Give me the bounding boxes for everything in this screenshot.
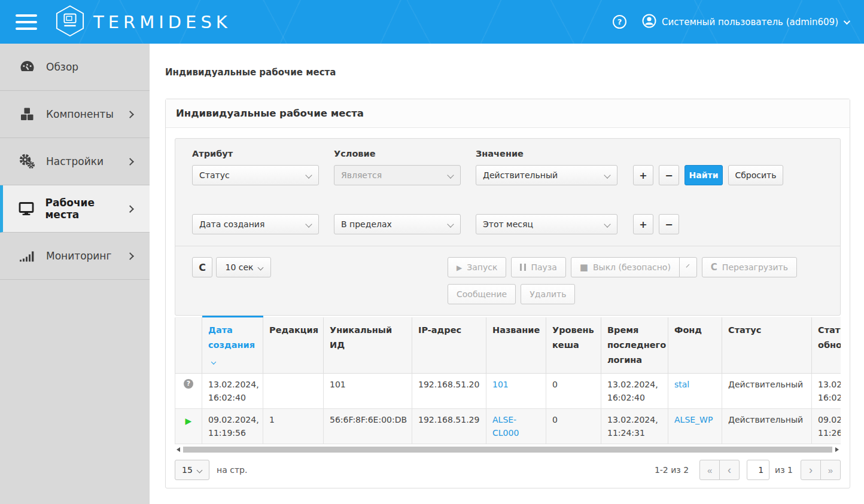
- page-input[interactable]: [747, 460, 769, 480]
- last-page-button[interactable]: [820, 460, 841, 480]
- cell-created: 13.02.2024, 16:02:40: [202, 374, 263, 409]
- add-filter-button-2[interactable]: +: [633, 214, 653, 234]
- condition-label: Условие: [334, 149, 461, 158]
- sidebar-item-settings[interactable]: Настройки: [0, 138, 150, 185]
- refresh-interval-select[interactable]: 10 сек: [216, 257, 271, 277]
- settings-icon: [18, 154, 36, 169]
- attribute-label: Атрибут: [192, 149, 319, 158]
- user-name: Системный пользователь (admin609): [662, 17, 838, 28]
- table-row: 09.02.2024, 11:19:56 1 56:6F:8F:6E:00:DB…: [175, 409, 841, 444]
- workplaces-card: Индивидуальные рабочие места Атрибут Ста…: [165, 99, 850, 488]
- value-select-2[interactable]: Этот месяц: [476, 214, 617, 234]
- remove-filter-button-2[interactable]: −: [659, 214, 679, 234]
- value-select-value: Действительный: [483, 170, 558, 180]
- chevron-right-icon: [126, 252, 134, 260]
- prev-page-button[interactable]: [719, 460, 740, 480]
- sidebar-item-label: Мониторинг: [46, 250, 111, 262]
- play-icon: [457, 262, 462, 272]
- value-label: Значение: [476, 149, 617, 158]
- per-page-select[interactable]: 15: [175, 460, 209, 480]
- workplace-name-link[interactable]: 101: [492, 380, 509, 389]
- stop-icon: [580, 262, 588, 273]
- attribute-select-2-value: Дата создания: [199, 219, 264, 229]
- per-page-label: на стр.: [217, 465, 247, 475]
- attribute-select-2[interactable]: Дата создания: [192, 214, 319, 234]
- cell-ip: 192.168.51.29: [412, 409, 486, 444]
- pagination: 15 на стр. 1-2 из 2 из 1: [175, 460, 841, 480]
- workplace-name-link[interactable]: ALSE-CL000: [492, 415, 519, 438]
- scroll-right-icon[interactable]: [835, 447, 839, 452]
- find-button[interactable]: Найти: [684, 165, 723, 185]
- reboot-button[interactable]: Перезагрузить: [702, 257, 797, 277]
- first-page-button[interactable]: [699, 460, 720, 480]
- column-name[interactable]: Название: [486, 317, 546, 374]
- message-button[interactable]: Сообщение: [448, 284, 516, 304]
- screen: TERMIDESK ? Системный пользователь (admi…: [0, 0, 864, 504]
- sidebar-item-components[interactable]: Компоненты: [0, 91, 150, 138]
- sidebar-item-overview[interactable]: Обзор: [0, 44, 150, 91]
- cell-edition: [263, 374, 324, 409]
- logo-hexagon-icon: [55, 5, 85, 39]
- cell-last-login: 13.02.2024, 11:24:31: [601, 409, 668, 444]
- sidebar: Обзор Компоненты: [0, 44, 150, 504]
- remove-filter-button[interactable]: −: [659, 165, 679, 185]
- column-last-login[interactable]: Время последнего логина: [601, 317, 668, 374]
- cell-status: Действительный: [722, 409, 812, 444]
- delete-button[interactable]: Удалить: [521, 284, 575, 304]
- monitoring-icon: [18, 248, 36, 264]
- cell-status-updated: 13.02.2024, 16:02:40: [812, 374, 841, 409]
- power-off-dropdown-button[interactable]: [679, 257, 697, 277]
- refresh-button[interactable]: C: [192, 257, 212, 277]
- column-status[interactable]: Статус: [722, 317, 812, 374]
- cell-cache-level: 0: [546, 374, 601, 409]
- hamburger-menu-icon[interactable]: [16, 14, 37, 30]
- cell-last-login: 13.02.2024, 16:02:40: [601, 374, 668, 409]
- per-page-value: 15: [182, 465, 193, 475]
- column-created[interactable]: Дата создания: [202, 317, 263, 374]
- help-icon[interactable]: ?: [613, 15, 626, 29]
- cell-uid: 56:6F:8F:6E:00:DB: [324, 409, 412, 444]
- power-off-button[interactable]: Выкл (безопасно): [571, 257, 680, 277]
- scrollbar-thumb[interactable]: [183, 447, 832, 453]
- horizontal-scrollbar: [175, 444, 841, 454]
- chevron-down-icon: [844, 17, 850, 24]
- pool-link[interactable]: stal: [674, 380, 689, 389]
- chevron-right-icon: [126, 111, 134, 118]
- toolbar: C 10 сек Запуск: [175, 246, 840, 315]
- column-edition[interactable]: Редакция: [263, 317, 324, 374]
- cell-status: Действительный: [722, 374, 812, 409]
- dashboard-icon: [18, 59, 36, 75]
- pause-button[interactable]: Пауза: [511, 257, 565, 277]
- workplaces-table: Дата создания Редакция Уникальный ИД IP-…: [175, 316, 841, 444]
- sidebar-item-workplaces[interactable]: Рабочие места: [0, 185, 150, 233]
- cell-created: 09.02.2024, 11:19:56: [202, 409, 263, 444]
- user-menu[interactable]: Системный пользователь (admin609): [642, 14, 848, 30]
- column-status-updated[interactable]: Статус обновления: [812, 317, 841, 374]
- cell-edition: 1: [263, 409, 324, 444]
- condition-select[interactable]: Является: [334, 165, 461, 185]
- topbar: TERMIDESK ? Системный пользователь (admi…: [0, 0, 864, 44]
- start-button[interactable]: Запуск: [448, 257, 506, 277]
- value-select-2-value: Этот месяц: [483, 219, 533, 229]
- range-label: 1-2 из 2: [655, 465, 689, 475]
- cell-uid: 101: [324, 374, 412, 409]
- brand-logo[interactable]: TERMIDESK: [55, 5, 232, 39]
- condition-select-2[interactable]: В пределах: [334, 214, 461, 234]
- attribute-select-value: Статус: [199, 170, 230, 180]
- column-uid[interactable]: Уникальный ИД: [324, 317, 412, 374]
- column-cache-level[interactable]: Уровень кеша: [546, 317, 601, 374]
- value-select[interactable]: Действительный: [476, 165, 617, 185]
- reset-button[interactable]: Сбросить: [728, 165, 783, 185]
- condition-select-2-value: В пределах: [341, 219, 392, 229]
- column-pool[interactable]: Фонд: [668, 317, 722, 374]
- user-avatar-icon: [642, 14, 656, 30]
- filter-panel: Атрибут Статус Условие Является: [175, 138, 841, 316]
- column-ip[interactable]: IP-адрес: [412, 317, 486, 374]
- pool-link[interactable]: ALSE_WP: [674, 415, 713, 424]
- sidebar-item-monitoring[interactable]: Мониторинг: [0, 233, 150, 280]
- of-pages-label: из 1: [775, 465, 793, 475]
- scroll-left-icon[interactable]: [177, 447, 180, 452]
- add-filter-button[interactable]: +: [633, 165, 653, 185]
- attribute-select[interactable]: Статус: [192, 165, 319, 185]
- next-page-button[interactable]: [801, 460, 821, 480]
